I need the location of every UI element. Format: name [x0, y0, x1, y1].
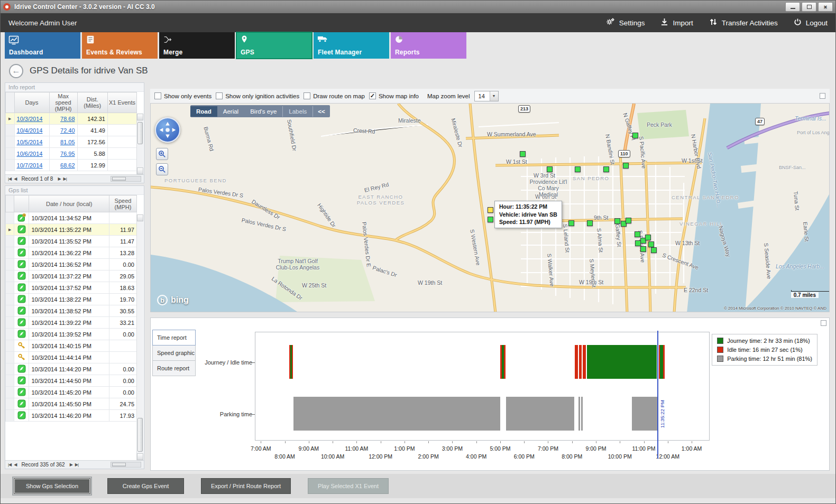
- gps-row[interactable]: 10/3/2014 11:39:52 PM0.00: [6, 329, 137, 340]
- table-row[interactable]: 10/7/201468.6212.99: [6, 160, 137, 171]
- day-link[interactable]: 10/7/2014: [17, 162, 43, 169]
- record-prev-button[interactable]: ◀: [14, 176, 16, 181]
- minimize-button[interactable]: [785, 2, 800, 12]
- gps-marker[interactable]: [488, 217, 493, 222]
- scroll-up-icon[interactable]: [137, 214, 143, 221]
- map-view-labels-button[interactable]: Labels: [282, 106, 313, 117]
- day-link[interactable]: 10/5/2014: [17, 139, 43, 145]
- checkbox-checked-icon[interactable]: ✓: [369, 92, 376, 99]
- gps-row[interactable]: 10/3/2014 11:44:20 PM0.00: [6, 363, 137, 375]
- scroll-thumb[interactable]: [112, 463, 126, 466]
- gps-row[interactable]: 10/3/2014 11:45:50 PM24.75: [6, 398, 137, 410]
- transfer-activities-button[interactable]: Transfer Activities: [709, 18, 778, 27]
- map-view-aerial-button[interactable]: Aerial: [217, 106, 244, 117]
- gps-row[interactable]: ▶10/3/2014 11:35:22 PM11.97: [6, 224, 137, 236]
- gps-marker[interactable]: [575, 166, 581, 172]
- table-row[interactable]: 10/4/201472.4041.49: [6, 125, 137, 136]
- record-hscrollbar[interactable]: [111, 462, 141, 468]
- checkbox-show-map-info[interactable]: ✓Show map info: [369, 92, 419, 99]
- gps-row[interactable]: 10/3/2014 11:46:20 PM17.93: [6, 410, 137, 422]
- checkbox-draw-route-on-map[interactable]: Draw route on map: [304, 92, 365, 99]
- idle-bar[interactable]: [292, 345, 293, 379]
- checkbox-show-only-ignition-activities[interactable]: Show only ignition activities: [216, 92, 299, 99]
- gps-row[interactable]: 10/3/2014 11:44:50 PM0.00: [6, 375, 137, 387]
- nav-tile-merge[interactable]: Merge: [159, 32, 235, 59]
- map-compass-control[interactable]: [155, 117, 180, 143]
- day-link[interactable]: 10/6/2014: [17, 151, 43, 157]
- gps-marker[interactable]: [623, 163, 629, 169]
- map[interactable]: Burma RdCrest RdSouthfield DrMiraleste D…: [150, 103, 830, 312]
- gps-marker[interactable]: [648, 241, 654, 247]
- gps-row[interactable]: 10/3/2014 11:45:20 PM0.00: [6, 387, 137, 398]
- import-button[interactable]: Import: [660, 18, 693, 27]
- max-speed-link[interactable]: 81.05: [60, 139, 75, 145]
- scroll-thumb[interactable]: [137, 122, 143, 144]
- gps-row[interactable]: 10/3/2014 11:38:52 PM30.55: [6, 305, 137, 317]
- gps-marker[interactable]: [587, 220, 593, 226]
- parking-bar[interactable]: [578, 397, 580, 431]
- nav-tile-dashboard[interactable]: Dashboard: [5, 32, 80, 59]
- show-gps-selection-button[interactable]: Show Gps Selection: [14, 478, 90, 494]
- maximize-button[interactable]: [802, 2, 816, 12]
- max-speed-link[interactable]: 76.95: [60, 151, 75, 157]
- map-zoom-select[interactable]: 14 ▼: [474, 91, 499, 101]
- gps-marker[interactable]: [626, 218, 631, 223]
- gps-marker[interactable]: [640, 246, 646, 252]
- max-speed-link[interactable]: 68.62: [60, 162, 75, 169]
- settings-button[interactable]: Settings: [606, 17, 645, 28]
- gps-marker[interactable]: [520, 151, 526, 157]
- map-panel-expand-button[interactable]: [820, 93, 825, 99]
- back-button[interactable]: ←: [9, 64, 23, 78]
- record-last-button[interactable]: ▶|: [75, 462, 78, 467]
- idle-bar[interactable]: [583, 345, 586, 379]
- tab-time-report[interactable]: Time report: [152, 330, 196, 346]
- checkbox-show-only-events[interactable]: Show only events: [154, 92, 212, 99]
- gps-row[interactable]: 10/3/2014 11:36:22 PM13.28: [6, 247, 137, 259]
- parking-bar[interactable]: [293, 397, 500, 431]
- gps-row[interactable]: 10/3/2014 11:37:22 PM29.05: [6, 270, 137, 282]
- map-zoom-out-button[interactable]: [156, 163, 168, 175]
- nav-tile-fleet-manager[interactable]: Fleet Manager: [314, 32, 389, 59]
- gps-row[interactable]: 10/3/2014 11:34:52 PM: [6, 212, 137, 224]
- checkbox-icon[interactable]: [216, 92, 223, 99]
- gps-row[interactable]: 10/3/2014 11:36:52 PM0.00: [6, 259, 137, 270]
- nav-tile-reports[interactable]: Reports: [391, 32, 466, 59]
- max-speed-link[interactable]: 72.40: [60, 127, 75, 134]
- gps-marker[interactable]: [614, 218, 620, 224]
- gps-row[interactable]: 10/3/2014 11:40:15 PM: [6, 340, 137, 352]
- timeline-plot[interactable]: 11:35:22 PM: [255, 332, 710, 441]
- gps-marker[interactable]: [635, 231, 640, 237]
- scroll-thumb[interactable]: [112, 177, 126, 181]
- max-speed-link[interactable]: 78.68: [60, 116, 75, 122]
- gps-row[interactable]: 10/3/2014 11:39:22 PM33.21: [6, 317, 137, 329]
- time-cursor[interactable]: [657, 331, 658, 459]
- tab-speed-graphic[interactable]: Speed graphic: [152, 345, 196, 361]
- gps-marker[interactable]: [547, 166, 553, 172]
- day-link[interactable]: 10/4/2014: [17, 127, 43, 134]
- gps-marker[interactable]: [651, 247, 657, 253]
- record-first-button[interactable]: |◀: [8, 462, 11, 467]
- scroll-thumb[interactable]: [137, 418, 143, 452]
- record-hscrollbar[interactable]: [111, 176, 141, 182]
- record-prev-button[interactable]: ◀: [14, 462, 16, 467]
- gps-marker[interactable]: [635, 240, 641, 246]
- gps-marker[interactable]: [632, 133, 638, 138]
- gps-marker[interactable]: [603, 166, 609, 172]
- table-row[interactable]: 10/6/201476.955.88: [6, 148, 137, 160]
- idle-bar[interactable]: [663, 345, 665, 379]
- record-next-button[interactable]: ▶: [58, 176, 60, 181]
- nav-tile-events-reviews[interactable]: Events & Reviews: [82, 32, 158, 59]
- info-report-scrollbar[interactable]: [136, 114, 143, 174]
- journey-bar[interactable]: [587, 345, 657, 379]
- gps-row[interactable]: 10/3/2014 11:35:52 PM11.47: [6, 236, 137, 247]
- scroll-down-icon[interactable]: [137, 453, 143, 460]
- idle-bar[interactable]: [579, 345, 582, 379]
- map-view-road-button[interactable]: Road: [190, 106, 217, 117]
- scroll-up-icon[interactable]: [137, 114, 143, 120]
- gps-row[interactable]: 10/3/2014 11:37:52 PM18.63: [6, 282, 137, 294]
- map-view-bird-s-eye-button[interactable]: Bird's eye: [244, 106, 282, 117]
- gps-row[interactable]: 10/3/2014 11:38:22 PM19.70: [6, 294, 137, 305]
- create-gps-event-button[interactable]: Create Gps Event: [107, 478, 184, 494]
- gps-marker[interactable]: [568, 220, 574, 226]
- tab-route-report[interactable]: Route report: [152, 360, 196, 376]
